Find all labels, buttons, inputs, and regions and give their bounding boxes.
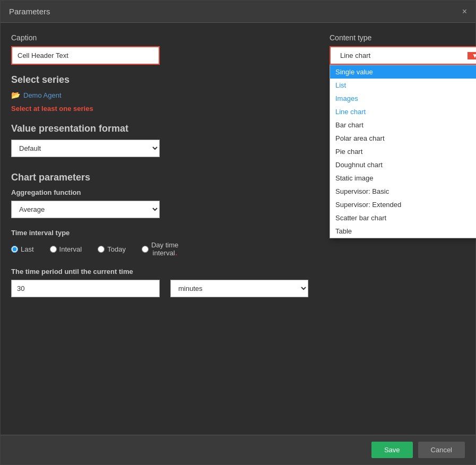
time-interval-section: Time interval type Last Interval [11, 229, 308, 257]
time-period-input[interactable] [11, 280, 160, 297]
dropdown-item-doughnut[interactable]: Doughnut chart [330, 158, 476, 171]
left-column: Caption Select series 📂 Demo Agent Selec… [11, 33, 308, 297]
dropdown-item-single-value[interactable]: Single value [330, 65, 476, 79]
right-column: Content type Line chart ▼ Single value L… [330, 33, 476, 297]
aggregation-section: Aggregation function Average Sum Min Max… [11, 188, 308, 218]
dropdown-item-scatter[interactable]: Scatter bar chart [330, 211, 476, 225]
parameters-dialog: Parameters × Caption Select series 📂 Dem… [0, 0, 476, 465]
radio-day-time[interactable]: Day timeinterval․ [142, 241, 178, 257]
radio-interval[interactable]: Interval [50, 245, 82, 253]
content-type-value: Line chart [336, 51, 468, 59]
dropdown-item-bar-chart[interactable]: Bar chart [330, 118, 476, 132]
caption-label: Caption [11, 33, 308, 42]
dialog-header: Parameters × [1, 1, 475, 23]
dropdown-item-pie[interactable]: Pie chart [330, 145, 476, 158]
time-period-section: The time period until the current time s… [11, 268, 308, 297]
radio-day-time-label: Day timeinterval․ [151, 241, 178, 257]
time-interval-label: Time interval type [11, 229, 308, 237]
time-period-row: seconds minutes hours days [11, 280, 308, 297]
vpf-select[interactable]: Default Short Long [11, 140, 160, 157]
radio-interval-label: Interval [59, 245, 82, 253]
dropdown-item-images[interactable]: Images [330, 92, 476, 105]
content-type-dropdown-btn[interactable]: ▼ [468, 52, 476, 59]
dropdown-item-line-chart[interactable]: Line chart [330, 105, 476, 118]
radio-last-input[interactable] [11, 246, 18, 253]
radio-day-time-input[interactable] [142, 246, 149, 253]
save-button[interactable]: Save [371, 442, 413, 458]
series-error: Select at least one series [11, 105, 308, 113]
cancel-button[interactable]: Cancel [418, 442, 465, 458]
dropdown-item-static-image[interactable]: Static image [330, 171, 476, 185]
folder-icon: 📂 [11, 91, 20, 99]
dropdown-item-polar[interactable]: Polar area chart [330, 132, 476, 145]
aggregation-label: Aggregation function [11, 188, 308, 196]
chart-params-title: Chart parameters [11, 172, 308, 183]
dialog-title: Parameters [9, 7, 50, 16]
content-type-label: Content type [330, 33, 476, 42]
close-button[interactable]: × [462, 7, 467, 16]
radio-today[interactable]: Today [98, 245, 126, 253]
dialog-body: Caption Select series 📂 Demo Agent Selec… [1, 23, 475, 435]
content-type-wrapper: Line chart ▼ Single value List Images Li… [330, 46, 476, 65]
dropdown-item-supervisor-basic[interactable]: Supervisor: Basic [330, 185, 476, 198]
vpf-title: Value presentation format [11, 123, 308, 134]
dropdown-item-table[interactable]: Table [330, 225, 476, 238]
caption-section: Caption [11, 33, 308, 65]
radio-interval-input[interactable] [50, 246, 57, 253]
series-label: Demo Agent [23, 91, 62, 99]
radio-today-input[interactable] [98, 246, 105, 253]
radio-today-label: Today [107, 245, 126, 253]
aggregation-select[interactable]: Average Sum Min Max Count [11, 201, 160, 218]
content-type-dropdown-list: Single value List Images Line chart Bar … [330, 65, 476, 238]
main-columns: Caption Select series 📂 Demo Agent Selec… [11, 33, 465, 297]
dropdown-item-supervisor-extended[interactable]: Supervisor: Extended [330, 198, 476, 211]
content-type-display[interactable]: Line chart ▼ [330, 46, 476, 65]
vpf-section: Value presentation format Default Short … [11, 123, 308, 157]
select-series-section: Select series 📂 Demo Agent Select at lea… [11, 74, 308, 113]
time-interval-radio-group: Last Interval Today [11, 241, 308, 257]
series-item[interactable]: 📂 Demo Agent [11, 91, 308, 99]
dialog-footer: Save Cancel [1, 435, 475, 464]
radio-last-label: Last [21, 245, 34, 253]
time-period-label: The time period until the current time [11, 268, 308, 275]
time-unit-select[interactable]: seconds minutes hours days [170, 280, 308, 297]
dropdown-item-list[interactable]: List [330, 79, 476, 92]
caption-input[interactable] [11, 46, 160, 65]
select-series-title: Select series [11, 74, 308, 85]
chart-params-section: Chart parameters Aggregation function Av… [11, 172, 308, 297]
radio-last[interactable]: Last [11, 245, 34, 253]
